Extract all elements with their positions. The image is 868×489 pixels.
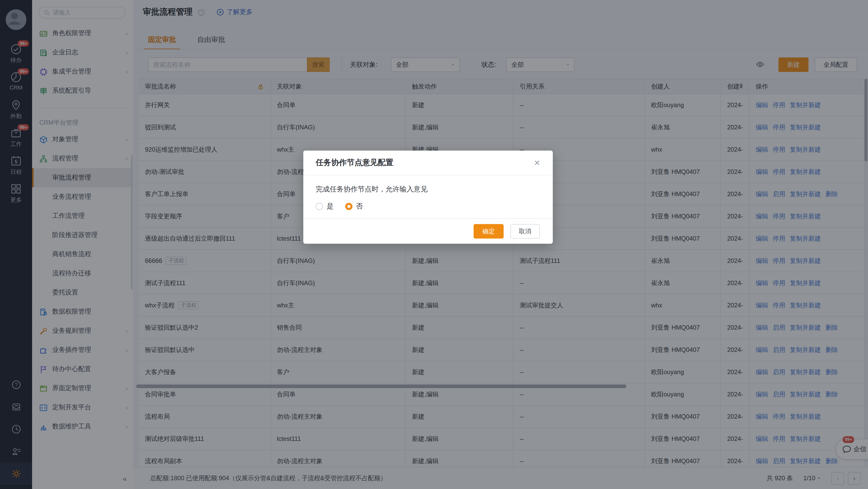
confirm-button[interactable]: 确定 <box>474 224 504 238</box>
dialog-question: 完成任务协作节点时，允许输入意见 <box>316 185 540 194</box>
radio-option-否[interactable]: 否 <box>345 202 363 211</box>
radio-group: 是否 <box>316 202 540 211</box>
radio-option-是[interactable]: 是 <box>316 202 334 211</box>
radio-label: 是 <box>327 202 334 211</box>
app-root: 99+待办99+CRM外勤99+工作5日程更多 ? 请输入 角色权限管理›企业日… <box>0 0 868 489</box>
cancel-button[interactable]: 取消 <box>510 224 540 238</box>
radio-selected-icon <box>345 203 352 210</box>
radio-unselected-icon <box>316 203 323 210</box>
modal-backdrop <box>0 0 868 489</box>
dialog-title: 任务协作节点意见配置 <box>316 158 534 168</box>
radio-label: 否 <box>356 202 363 211</box>
task-collab-opinion-dialog: 任务协作节点意见配置 ✕ 完成任务协作节点时，允许输入意见 是否 确定 取消 <box>303 151 553 244</box>
close-icon[interactable]: ✕ <box>534 158 540 167</box>
